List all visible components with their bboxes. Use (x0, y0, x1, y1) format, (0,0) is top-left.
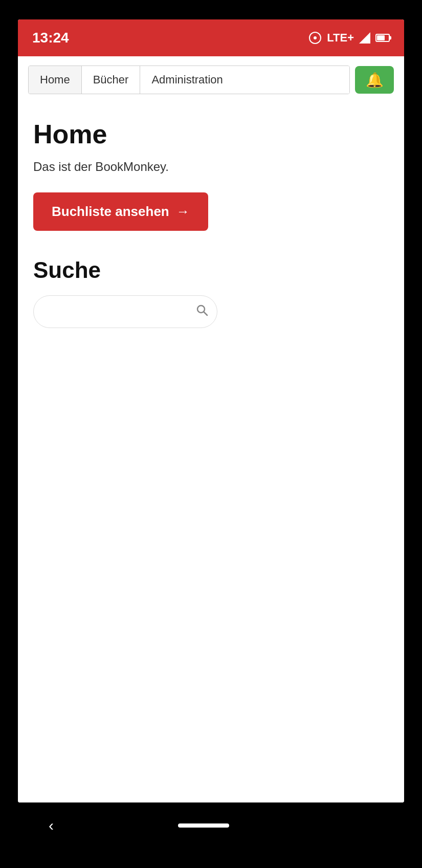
phone-frame: 13:24 LTE+ (0, 0, 422, 868)
status-bar: 13:24 LTE+ (18, 19, 404, 56)
main-content: Home Das ist der BookMonkey. Buchliste a… (18, 103, 404, 343)
navbar: Home Bücher Administration 🔔 (18, 56, 404, 103)
search-input[interactable] (33, 295, 217, 328)
tab-administration[interactable]: Administration (140, 66, 234, 94)
tab-buecher[interactable]: Bücher (82, 66, 141, 94)
search-title: Suche (33, 257, 389, 283)
svg-point-1 (314, 36, 317, 39)
status-icons: LTE+ (308, 31, 390, 45)
page-title: Home (33, 119, 389, 149)
svg-line-4 (204, 312, 208, 316)
search-icon (196, 304, 208, 316)
search-container (33, 295, 217, 328)
arrow-icon: → (176, 204, 190, 220)
signal-icon (359, 32, 370, 44)
notification-button[interactable]: 🔔 (355, 66, 394, 94)
page-description: Das ist der BookMonkey. (33, 160, 389, 174)
bottom-bar: ‹ (18, 802, 404, 849)
cta-button-label: Buchliste ansehen (52, 204, 169, 220)
back-button[interactable]: ‹ (49, 817, 54, 834)
lte-label: LTE+ (327, 31, 354, 45)
search-button[interactable] (196, 304, 208, 319)
wifi-icon (308, 31, 322, 45)
tab-spacer (234, 66, 349, 94)
tab-home[interactable]: Home (29, 66, 82, 94)
battery-icon (375, 34, 390, 42)
buchliste-button[interactable]: Buchliste ansehen → (33, 192, 208, 231)
home-indicator[interactable] (178, 823, 229, 828)
nav-tabs: Home Bücher Administration (28, 66, 350, 94)
screen: 13:24 LTE+ (18, 19, 404, 802)
status-time: 13:24 (32, 30, 69, 46)
content-area: Home Bücher Administration 🔔 Home Das is… (18, 56, 404, 802)
battery-fill (377, 35, 385, 40)
bell-icon: 🔔 (366, 72, 384, 89)
svg-marker-2 (359, 32, 370, 44)
